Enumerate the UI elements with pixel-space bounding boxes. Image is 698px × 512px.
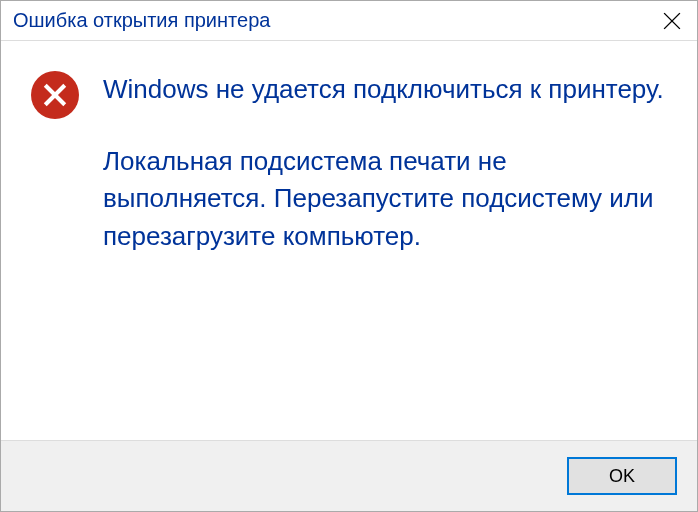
button-bar: OK bbox=[1, 440, 697, 511]
error-dialog: Ошибка открытия принтера Windows не удае… bbox=[0, 0, 698, 512]
message-primary: Windows не удается подключиться к принте… bbox=[103, 71, 667, 109]
titlebar: Ошибка открытия принтера bbox=[1, 1, 697, 41]
error-icon bbox=[31, 71, 79, 119]
close-button[interactable] bbox=[647, 1, 697, 41]
ok-button[interactable]: OK bbox=[567, 457, 677, 495]
icon-column bbox=[31, 71, 79, 420]
message-column: Windows не удается подключиться к принте… bbox=[103, 71, 667, 420]
dialog-title: Ошибка открытия принтера bbox=[13, 9, 270, 32]
message-secondary: Локальная подсистема печати не выполняет… bbox=[103, 143, 667, 256]
content-area: Windows не удается подключиться к принте… bbox=[1, 41, 697, 440]
close-icon bbox=[663, 12, 681, 30]
